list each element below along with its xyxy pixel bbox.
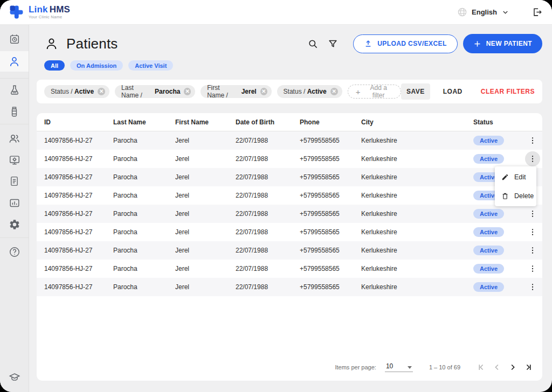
- filter-bar: StatusActive ✕ Last NameParocha ✕ First …: [37, 80, 542, 103]
- cell-id: 14097856-HJ-27: [44, 210, 113, 218]
- status-tab-on-admission[interactable]: On Admission: [70, 60, 123, 71]
- previous-page-button[interactable]: [489, 360, 505, 375]
- remove-filter-icon[interactable]: ✕: [184, 88, 191, 95]
- cell-date-of-birth: 22/07/1988: [236, 247, 300, 254]
- filter-chip[interactable]: First NameJerel ✕: [201, 85, 271, 98]
- cell-last-name: Parocha: [113, 228, 175, 236]
- pharmacy-icon: [9, 106, 20, 117]
- table-row[interactable]: 14097856-HJ-27 Parocha Jerel 22/07/1988 …: [37, 150, 542, 168]
- upload-csv-button[interactable]: UPLOAD CSV/EXCEL: [353, 34, 457, 53]
- status-tab-all[interactable]: All: [44, 60, 65, 71]
- cell-city: Kerlukeshire: [361, 137, 473, 144]
- table-row[interactable]: 14097856-HJ-27 Parocha Jerel 22/07/1988 …: [37, 205, 542, 223]
- cell-id: 14097856-HJ-27: [44, 137, 113, 144]
- patients-icon: [8, 55, 20, 68]
- sidebar-item-settings[interactable]: [0, 219, 29, 230]
- cell-last-name: Parocha: [113, 247, 175, 254]
- search-button[interactable]: [306, 37, 320, 51]
- first-page-button[interactable]: [473, 360, 489, 375]
- add-filter-button[interactable]: +Add a filter: [348, 85, 401, 99]
- cell-last-name: Parocha: [113, 137, 175, 144]
- page-header: Patients UPLOAD CSV/EXCEL: [37, 32, 542, 55]
- cell-date-of-birth: 22/07/1988: [236, 155, 300, 163]
- kebab-menu-icon: [528, 283, 537, 291]
- table-header-row: IDLast NameFirst NameDate of BirthPhoneC…: [37, 113, 542, 131]
- remove-filter-icon[interactable]: ✕: [260, 88, 267, 95]
- filter-funnel-icon: [328, 39, 338, 49]
- table-row[interactable]: 14097856-HJ-27 Parocha Jerel 22/07/1988 …: [37, 241, 542, 260]
- status-badge: Active: [473, 136, 504, 145]
- clear-filters-button[interactable]: CLEAR FILTERS: [475, 83, 535, 100]
- sidebar-item-pharmacy[interactable]: [0, 106, 29, 117]
- menu-item-edit[interactable]: Edit: [495, 167, 536, 186]
- edit-pencil-icon: [501, 173, 509, 181]
- brand-name: LinkHMS: [29, 5, 70, 14]
- cell-first-name: Jerel: [175, 173, 236, 181]
- next-page-button[interactable]: [505, 360, 520, 375]
- table-row[interactable]: 14097856-HJ-27 Parocha Jerel 22/07/1988 …: [37, 186, 542, 205]
- sidebar-item-workstation[interactable]: [0, 154, 29, 166]
- row-actions-button[interactable]: [525, 279, 540, 295]
- cell-city: Kerlukeshire: [361, 247, 473, 254]
- cell-phone: +5799558565: [300, 210, 361, 218]
- cell-first-name: Jerel: [175, 283, 236, 291]
- save-filters-button[interactable]: SAVE: [401, 83, 430, 100]
- column-header: Status: [473, 118, 523, 126]
- plus-icon: [473, 40, 481, 48]
- row-actions-button[interactable]: [525, 261, 540, 276]
- kebab-menu-icon: [528, 264, 537, 273]
- sidebar-item-education[interactable]: [0, 372, 29, 383]
- cell-last-name: Parocha: [113, 265, 175, 272]
- cell-date-of-birth: 22/07/1988: [236, 228, 300, 236]
- kebab-menu-icon: [528, 209, 537, 218]
- cell-city: Kerlukeshire: [361, 283, 473, 291]
- cell-last-name: Parocha: [113, 155, 175, 163]
- cell-first-name: Jerel: [175, 247, 236, 254]
- status-tab-active-visit[interactable]: Active Visit: [128, 60, 173, 71]
- new-patient-button[interactable]: NEW PATIENT: [463, 34, 542, 53]
- page-range-label: 1 – 10 of 69: [429, 364, 460, 370]
- last-page-button[interactable]: [520, 360, 536, 375]
- logout-button[interactable]: [532, 7, 542, 17]
- upload-csv-label: UPLOAD CSV/EXCEL: [377, 40, 446, 47]
- sidebar-item-help[interactable]: [0, 246, 29, 258]
- row-actions-button[interactable]: [525, 243, 540, 258]
- table-row[interactable]: 14097856-HJ-27 Parocha Jerel 22/07/1988 …: [37, 223, 542, 241]
- workstation-icon: [9, 154, 20, 166]
- items-per-page-select[interactable]: 10: [385, 362, 413, 372]
- filter-chips: StatusActive ✕ Last NameParocha ✕ First …: [44, 85, 401, 99]
- language-selector[interactable]: English: [457, 7, 509, 17]
- cell-first-name: Jerel: [175, 155, 236, 163]
- brand-name-primary: Link: [29, 4, 48, 15]
- status-tabs: All On Admission Active Visit: [44, 60, 173, 71]
- menu-item-delete[interactable]: Delete: [495, 186, 536, 205]
- cell-status: Active: [473, 209, 523, 219]
- remove-filter-icon[interactable]: ✕: [330, 88, 338, 95]
- table-row[interactable]: 14097856-HJ-27 Parocha Jerel 22/07/1988 …: [37, 278, 542, 296]
- sidebar-item-schedule[interactable]: [0, 33, 29, 45]
- main-content: Patients UPLOAD CSV/EXCEL: [29, 25, 552, 392]
- page-title: Patients: [66, 36, 118, 52]
- sidebar-item-statistics[interactable]: [0, 197, 29, 209]
- status-badge: Active: [473, 264, 504, 274]
- cell-status: Active: [473, 246, 523, 255]
- filter-chip[interactable]: StatusActive ✕: [44, 85, 109, 98]
- sidebar-item-reports[interactable]: [0, 176, 29, 187]
- sidebar-item-staff[interactable]: [0, 132, 29, 145]
- row-actions-button[interactable]: [525, 133, 540, 148]
- filter-button[interactable]: [326, 37, 340, 51]
- table-row[interactable]: 14097856-HJ-27 Parocha Jerel 22/07/1988 …: [37, 260, 542, 278]
- table-row[interactable]: 14097856-HJ-27 Parocha Jerel 22/07/1988 …: [37, 131, 542, 150]
- sidebar-item-patients[interactable]: [0, 55, 29, 68]
- cell-phone: +5799558565: [300, 155, 361, 163]
- filter-chip[interactable]: StatusActive ✕: [277, 85, 342, 98]
- filter-chip[interactable]: Last NameParocha ✕: [115, 85, 195, 98]
- row-actions-button[interactable]: [525, 206, 540, 221]
- items-per-page-label: Items per page:: [335, 364, 376, 370]
- table-row[interactable]: 14097856-HJ-27 Parocha Jerel 22/07/1988 …: [37, 168, 542, 186]
- load-filters-button[interactable]: LOAD: [438, 83, 468, 100]
- row-actions-button[interactable]: [525, 225, 540, 240]
- sidebar-item-laboratory[interactable]: [0, 85, 29, 96]
- row-actions-button[interactable]: [525, 151, 540, 166]
- remove-filter-icon[interactable]: ✕: [98, 88, 105, 95]
